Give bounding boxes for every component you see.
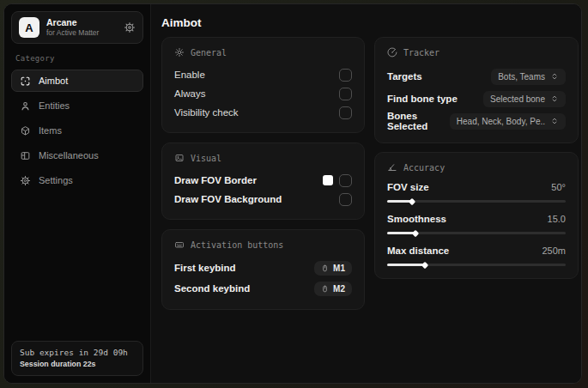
draw-fov-border-checkbox[interactable]	[339, 174, 352, 187]
session-duration-text: Session duration 22s	[20, 359, 135, 370]
setting-label: Always	[174, 88, 205, 99]
chevrons-up-down-icon	[550, 94, 559, 103]
second-keybind-button[interactable]: M2	[314, 282, 352, 296]
setting-row-max-distance: Max distance 250m	[387, 244, 566, 266]
setting-label: Second keybind	[174, 283, 250, 294]
setting-row-enable: Enable	[174, 65, 352, 84]
setting-row-smoothness: Smoothness 15.0	[387, 212, 566, 234]
radar-icon	[387, 47, 397, 58]
fov-size-slider[interactable]	[387, 200, 566, 203]
app-subtitle: for Active Matter	[46, 28, 117, 38]
setting-row-targets: Targets Bots, Teams	[387, 65, 566, 88]
always-checkbox[interactable]	[339, 88, 352, 100]
slider-fill	[387, 232, 415, 234]
layout-icon	[20, 150, 31, 161]
sidebar-item-label: Items	[39, 125, 62, 136]
mouse-icon	[321, 284, 329, 294]
gear-icon	[20, 175, 31, 186]
panel-title: Activation buttons	[191, 240, 283, 250]
keybind-value: M2	[333, 284, 345, 294]
max-distance-slider[interactable]	[387, 264, 566, 266]
setting-label: First keybind	[174, 263, 236, 273]
sidebar-item-settings[interactable]: Settings	[11, 169, 143, 191]
setting-row-always: Always	[174, 84, 352, 103]
angle-icon	[387, 162, 397, 173]
first-keybind-button[interactable]: M1	[314, 261, 352, 276]
setting-value: 15.0	[548, 214, 566, 224]
smoothness-slider[interactable]	[387, 232, 566, 234]
setting-row-draw-fov-background: Draw FOV Background	[174, 190, 352, 209]
enable-checkbox[interactable]	[339, 69, 352, 82]
accuracy-panel: Accuracy FOV size 50° Smoothness 15.0	[374, 152, 579, 279]
setting-label: Visibility check	[174, 107, 239, 118]
slider-fill	[387, 264, 425, 266]
sidebar-item-entities[interactable]: Entities	[11, 94, 143, 117]
visibility-check-checkbox[interactable]	[339, 106, 352, 119]
sidebar-item-label: Aimbot	[39, 76, 68, 86]
panel-title: Visual	[191, 154, 221, 163]
bones-selected-select[interactable]: Head, Neck, Body, Pe..	[450, 113, 566, 130]
sub-expires-text: Sub expires in 29d 09h	[20, 347, 135, 359]
slider-fill	[387, 200, 412, 203]
main-content: Aimbot General Enable Always	[151, 4, 581, 383]
draw-fov-background-checkbox[interactable]	[339, 193, 352, 206]
image-icon	[174, 153, 185, 163]
subscription-info-card: Sub expires in 29d 09h Session duration …	[11, 341, 143, 376]
person-icon	[20, 100, 31, 112]
fov-border-color-swatch[interactable]	[323, 175, 333, 185]
sidebar-item-miscellaneous[interactable]: Miscellaneous	[11, 144, 143, 167]
left-column: General Enable Always Visibility check	[161, 37, 365, 310]
sidebar-item-items[interactable]: Items	[11, 119, 143, 142]
setting-label: Draw FOV Border	[174, 175, 257, 185]
sidebar-item-label: Settings	[39, 175, 73, 185]
scan-crosshair-icon	[20, 76, 31, 87]
general-panel: General Enable Always Visibility check	[161, 37, 365, 133]
setting-row-find-bone-type: Find bone type Selected bone	[387, 88, 566, 110]
setting-row-fov-size: FOV size 50°	[387, 180, 566, 203]
chevrons-up-down-icon	[550, 117, 559, 125]
cheat-menu-window: A Arcane for Active Matter Category Aimb…	[3, 3, 582, 384]
select-value: Bots, Teams	[498, 72, 545, 82]
gear-icon[interactable]	[124, 21, 136, 33]
right-column: Tracker Targets Bots, Teams Find bone ty…	[374, 37, 579, 279]
setting-label: Targets	[387, 71, 422, 82]
visual-panel: Visual Draw FOV Border Draw FOV Backgrou…	[161, 142, 365, 220]
setting-label: Smoothness	[387, 214, 446, 224]
setting-row-draw-fov-border: Draw FOV Border	[174, 171, 352, 190]
setting-label: Find bone type	[387, 94, 458, 104]
setting-row-second-keybind: Second keybind M2	[174, 278, 352, 299]
tracker-panel: Tracker Targets Bots, Teams Find bone ty…	[374, 37, 579, 143]
sidebar-item-label: Miscellaneous	[39, 150, 99, 161]
cube-icon	[20, 125, 31, 136]
setting-label: FOV size	[387, 182, 429, 192]
find-bone-type-select[interactable]: Selected bone	[483, 91, 566, 107]
keyboard-icon	[174, 239, 185, 250]
panel-title: Tracker	[403, 48, 439, 58]
setting-label: Enable	[174, 70, 205, 80]
page-title: Aimbot	[161, 16, 202, 29]
sidebar: A Arcane for Active Matter Category Aimb…	[4, 4, 151, 383]
sidebar-nav: Aimbot Entities Items Miscellaneous	[11, 70, 143, 191]
mouse-icon	[321, 264, 329, 273]
panel-title: General	[191, 48, 227, 58]
brand-card: A Arcane for Active Matter	[11, 11, 143, 44]
keybind-value: M1	[333, 264, 345, 273]
chevrons-up-down-icon	[550, 72, 559, 81]
targets-select[interactable]: Bots, Teams	[491, 69, 566, 85]
setting-row-bones-selected: Bones Selected Head, Neck, Body, Pe..	[387, 110, 566, 132]
setting-value: 50°	[551, 182, 566, 192]
setting-label: Max distance	[387, 246, 449, 256]
setting-value: 250m	[542, 246, 566, 256]
setting-label: Bones Selected	[387, 111, 450, 131]
setting-row-first-keybind: First keybind M1	[174, 258, 352, 278]
sun-icon	[174, 47, 185, 58]
app-name: Arcane	[46, 17, 117, 28]
setting-row-visibility-check: Visibility check	[174, 103, 352, 122]
sidebar-item-label: Entities	[39, 100, 70, 111]
select-value: Head, Neck, Body, Pe..	[457, 117, 545, 126]
category-label: Category	[15, 54, 143, 63]
activation-buttons-panel: Activation buttons First keybind M1 Seco…	[161, 229, 365, 310]
sidebar-item-aimbot[interactable]: Aimbot	[11, 70, 143, 92]
setting-label: Draw FOV Background	[174, 194, 282, 204]
panel-title: Accuracy	[403, 163, 445, 173]
